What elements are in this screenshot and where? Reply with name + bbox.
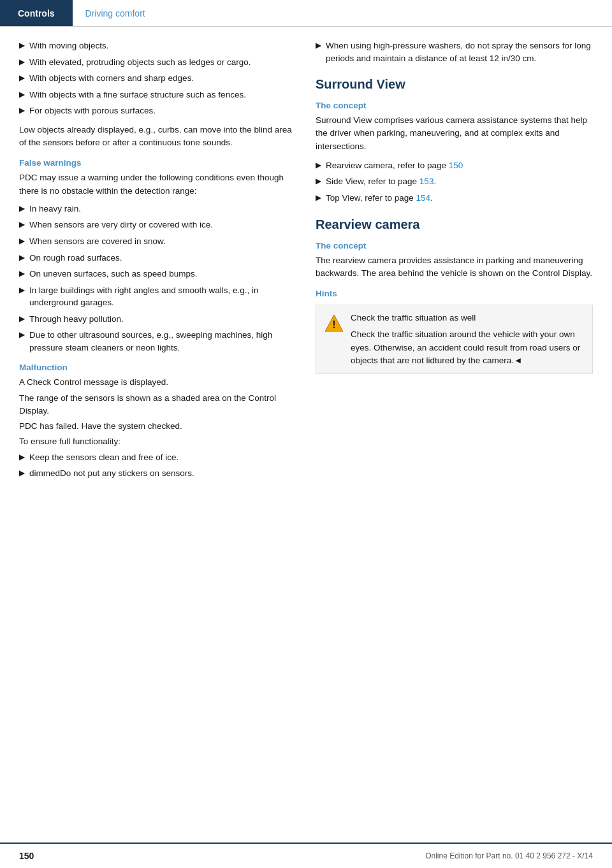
arrow-icon: ▶: [19, 204, 24, 214]
list-item-text: With moving objects.: [29, 40, 109, 52]
arrow-icon: ▶: [19, 330, 24, 340]
warning-content: Check the traffic situation as well Chec…: [351, 312, 585, 367]
list-item-text: On rough road surfaces.: [29, 252, 122, 264]
list-item-text: For objects with porous surfaces.: [29, 105, 156, 117]
header-driving-comfort-tab[interactable]: Driving comfort: [73, 0, 158, 26]
list-item: ▶ Through heavy pollution.: [19, 313, 296, 326]
list-item: ▶ On uneven surfaces, such as speed bump…: [19, 268, 296, 280]
malfunction-para3: PDC has failed. Have the system checked.: [19, 420, 296, 433]
malfunction-para4: To ensure full functionality:: [19, 435, 296, 448]
surround-view-heading: Surround View: [316, 77, 593, 92]
list-item-text: With objects with a fine surface structu…: [29, 89, 246, 101]
page-link-153[interactable]: 153: [419, 177, 434, 186]
false-warnings-intro: PDC may issue a warning under the follow…: [19, 171, 296, 198]
arrow-icon: ▶: [316, 161, 321, 171]
list-item-text: Through heavy pollution.: [29, 313, 124, 326]
rearview-concept-heading: The concept: [316, 241, 593, 250]
list-item-text: Keep the sensors clean and free of ice.: [29, 451, 178, 464]
list-item-text: Due to other ultrasound sources, e.g., s…: [29, 329, 296, 354]
list-item-text: When sensors are covered in snow.: [29, 235, 166, 248]
arrow-icon: ▶: [19, 90, 24, 100]
arrow-icon: ▶: [19, 452, 24, 463]
arrow-icon: ▶: [19, 57, 24, 68]
hints-heading: Hints: [316, 289, 593, 298]
malfunction-heading: Malfunction: [19, 363, 296, 372]
page-link-150[interactable]: 150: [449, 161, 463, 170]
malfunction-para2: The range of the sensors is shown as a s…: [19, 392, 296, 418]
arrow-icon: ▶: [316, 177, 321, 187]
arrow-icon: ▶: [19, 236, 24, 247]
warning-box: ! Check the traffic situation as well Ch…: [316, 305, 593, 374]
rearview-camera-section: Rearview camera The concept The rearview…: [316, 217, 593, 375]
list-item: ▶ Rearview camera, refer to page 150: [316, 159, 593, 172]
page-number: 150: [19, 851, 34, 861]
surround-view-concept-heading: The concept: [316, 101, 593, 110]
list-item: ▶ With objects with corners and sharp ed…: [19, 72, 296, 85]
false-warnings-section: False warnings PDC may issue a warning u…: [19, 158, 296, 354]
list-item: ▶ Keep the sensors clean and free of ice…: [19, 451, 296, 464]
driving-comfort-label: Driving comfort: [85, 8, 145, 18]
list-item: ▶ Side View, refer to page 153.: [316, 175, 593, 188]
list-item-text: When sensors are very dirty or covered w…: [29, 219, 213, 231]
list-item-text: Side View, refer to page 153.: [326, 175, 436, 188]
list-item: ▶ dimmedDo not put any stickers on senso…: [19, 467, 296, 480]
arrow-icon: ▶: [19, 286, 24, 296]
arrow-icon: ▶: [19, 41, 24, 51]
svg-text:!: !: [332, 319, 335, 330]
page-link-154[interactable]: 154: [416, 193, 431, 203]
surround-view-section: Surround View The concept Surround View …: [316, 77, 593, 204]
list-item-text: In large buildings with right angles and…: [29, 284, 296, 309]
arrow-icon: ▶: [19, 106, 24, 116]
list-item: ▶ On rough road surfaces.: [19, 252, 296, 264]
main-content: ▶ With moving objects. ▶ With elevated, …: [0, 27, 612, 496]
arrow-icon: ▶: [19, 253, 24, 263]
list-item-text: Top View, refer to page 154.: [326, 192, 433, 205]
right-column: ▶ When using high-pressure washers, do n…: [316, 40, 593, 484]
rearview-camera-heading: Rearview camera: [316, 217, 593, 232]
surround-view-concept-text: Surround View comprises various camera a…: [316, 114, 593, 153]
arrow-icon: ▶: [19, 73, 24, 83]
header-controls-tab[interactable]: Controls: [0, 0, 73, 26]
rearview-concept-text: The rearview camera provides assistance …: [316, 254, 593, 280]
page-header: Controls Driving comfort: [0, 0, 612, 27]
list-item-text: dimmedDo not put any stickers on sensors…: [29, 467, 194, 480]
list-item: ▶ Top View, refer to page 154.: [316, 192, 593, 205]
warning-line2: Check the traffic situation around the v…: [351, 328, 585, 367]
list-item: ▶ Due to other ultrasound sources, e.g.,…: [19, 329, 296, 354]
list-item: ▶ In large buildings with right angles a…: [19, 284, 296, 309]
page-footer: 150 Online Edition for Part no. 01 40 2 …: [0, 843, 612, 868]
right-top-item: ▶ When using high-pressure washers, do n…: [316, 40, 593, 64]
list-item: ▶ For objects with porous surfaces.: [19, 105, 296, 117]
list-item: ▶ With objects with a fine surface struc…: [19, 89, 296, 101]
arrow-icon: ▶: [19, 314, 24, 324]
list-item: ▶ When sensors are very dirty or covered…: [19, 219, 296, 231]
false-warnings-heading: False warnings: [19, 158, 296, 168]
arrow-icon: ▶: [19, 220, 24, 230]
arrow-icon: ▶: [316, 41, 321, 51]
list-item-text: On uneven surfaces, such as speed bumps.: [29, 268, 197, 280]
list-item: ▶ With elevated, protruding objects such…: [19, 56, 296, 69]
arrow-icon: ▶: [19, 468, 24, 479]
list-item-text: In heavy rain.: [29, 203, 81, 215]
warning-line1: Check the traffic situation as well: [351, 312, 585, 324]
list-item-text: With objects with corners and sharp edge…: [29, 72, 194, 85]
paragraph-blind-area: Low objects already displayed, e.g., cur…: [19, 124, 296, 150]
left-column: ▶ With moving objects. ▶ With elevated, …: [19, 40, 296, 484]
list-item-text: With elevated, protruding objects such a…: [29, 56, 251, 69]
controls-label: Controls: [18, 8, 55, 18]
footer-info: Online Edition for Part no. 01 40 2 956 …: [425, 851, 593, 860]
malfunction-para1: A Check Control message is displayed.: [19, 376, 296, 389]
list-item: ▶ When sensors are covered in snow.: [19, 235, 296, 248]
list-item-text: Rearview camera, refer to page 150: [326, 159, 463, 172]
arrow-icon: ▶: [19, 269, 24, 279]
arrow-icon: ▶: [316, 193, 321, 203]
list-item-text: When using high-pressure washers, do not…: [326, 40, 593, 64]
list-item: ▶ With moving objects.: [19, 40, 296, 52]
malfunction-section: Malfunction A Check Control message is d…: [19, 363, 296, 479]
warning-triangle-icon: !: [324, 313, 344, 333]
list-item: ▶ In heavy rain.: [19, 203, 296, 215]
top-list: ▶ With moving objects. ▶ With elevated, …: [19, 40, 296, 117]
